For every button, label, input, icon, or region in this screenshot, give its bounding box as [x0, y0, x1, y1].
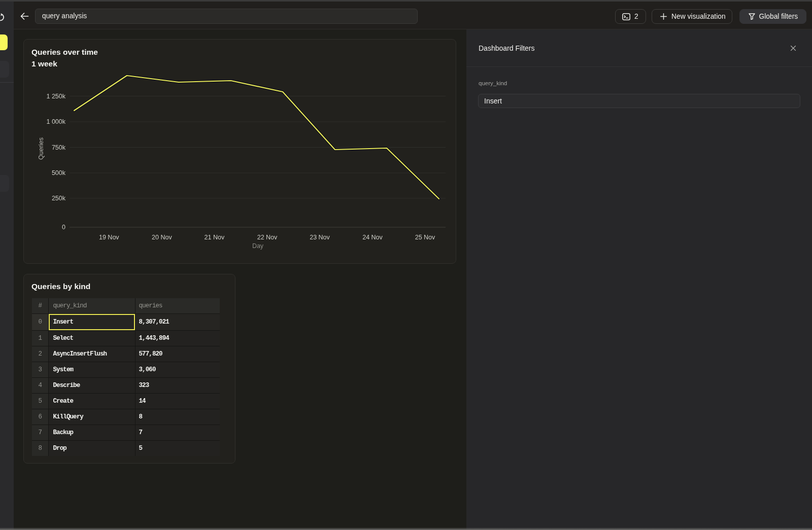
svg-text:1 000k: 1 000k: [46, 118, 65, 125]
svg-text:1 250k: 1 250k: [46, 93, 65, 100]
svg-text:0: 0: [62, 224, 65, 231]
svg-text:500k: 500k: [52, 169, 66, 176]
svg-text:Day: Day: [252, 242, 264, 250]
svg-text:750k: 750k: [52, 144, 66, 151]
svg-text:Queries: Queries: [38, 137, 45, 160]
svg-text:22 Nov: 22 Nov: [257, 234, 278, 241]
svg-text:23 Nov: 23 Nov: [310, 234, 330, 241]
svg-text:19 Nov: 19 Nov: [99, 234, 119, 241]
svg-text:20 Nov: 20 Nov: [152, 234, 172, 241]
svg-text:25 Nov: 25 Nov: [415, 234, 435, 241]
svg-text:21 Nov: 21 Nov: [205, 234, 225, 241]
svg-text:24 Nov: 24 Nov: [362, 234, 383, 241]
svg-text:250k: 250k: [52, 195, 66, 202]
